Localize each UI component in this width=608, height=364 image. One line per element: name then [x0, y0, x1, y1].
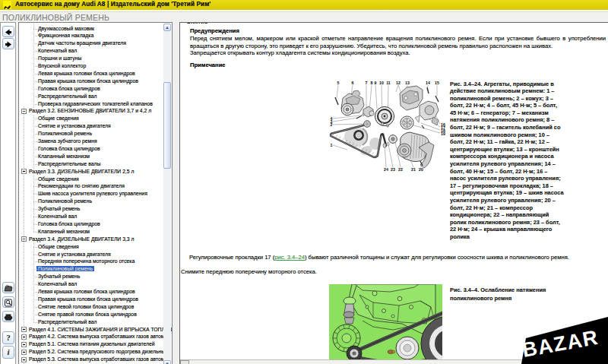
svg-text:5: 5 [337, 81, 340, 85]
svg-text:21: 21 [411, 167, 416, 172]
svg-text:1: 1 [331, 143, 333, 147]
svg-text:23: 23 [391, 167, 395, 172]
svg-text:24: 24 [384, 167, 388, 172]
svg-text:12: 12 [396, 81, 401, 85]
svg-text:10: 10 [379, 81, 384, 85]
svg-text:19: 19 [441, 131, 445, 136]
svg-text:20: 20 [419, 167, 423, 172]
svg-text:7: 7 [366, 81, 368, 85]
svg-text:14: 14 [426, 81, 430, 85]
svg-text:8: 8 [371, 81, 373, 85]
svg-text:22: 22 [398, 167, 403, 172]
svg-text:6: 6 [352, 81, 354, 85]
svg-text:2: 2 [331, 122, 333, 127]
svg-text:13: 13 [405, 81, 410, 85]
svg-text:11: 11 [386, 81, 391, 85]
svg-text:9: 9 [375, 81, 377, 85]
svg-text:15: 15 [435, 81, 439, 85]
